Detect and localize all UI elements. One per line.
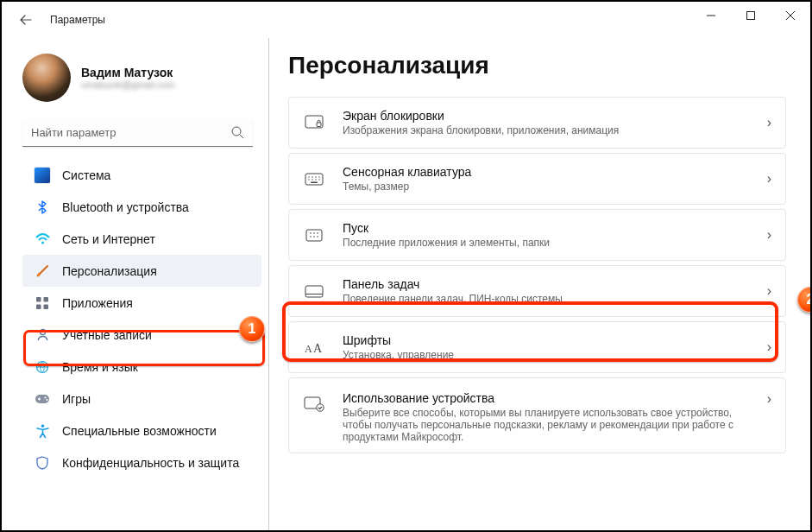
svg-point-24 (308, 179, 309, 180)
search-box[interactable] (22, 119, 253, 147)
svg-text:A: A (313, 342, 323, 355)
svg-rect-10 (44, 304, 49, 309)
svg-point-22 (315, 176, 316, 177)
sidebar: Вадим Матузок vmatuzok@gmail.com Система… (2, 38, 269, 530)
svg-rect-9 (36, 304, 41, 309)
keyboard-icon (303, 173, 325, 186)
sidebar-item-accounts[interactable]: Учетные записи (22, 319, 261, 351)
sidebar-item-personalization[interactable]: Персонализация (22, 255, 261, 287)
svg-point-35 (317, 236, 318, 238)
sidebar-item-time[interactable]: Время и язык (22, 351, 261, 383)
chevron-right-icon: › (767, 171, 771, 187)
sidebar-item-privacy[interactable]: Конфиденциальность и защита (22, 446, 261, 478)
back-button[interactable] (10, 4, 41, 35)
svg-rect-8 (44, 297, 49, 302)
card-taskbar[interactable]: Панель задач Поведение панели задач, ПИН… (288, 265, 786, 317)
brush-icon (35, 263, 50, 279)
svg-point-11 (40, 330, 45, 335)
person-icon (35, 327, 50, 343)
display-icon (35, 168, 50, 183)
svg-point-23 (318, 176, 319, 177)
svg-point-27 (318, 179, 319, 180)
window-controls (691, 2, 810, 29)
svg-rect-36 (305, 286, 323, 297)
chevron-right-icon: › (767, 283, 771, 299)
nav-label: Приложения (62, 296, 133, 310)
sidebar-item-games[interactable]: Игры (22, 383, 261, 415)
card-fonts[interactable]: AA Шрифты Установка, управление › (288, 321, 786, 373)
nav-label: Конфиденциальность и защита (62, 456, 239, 470)
nav-list: Система Bluetooth и устройства Сеть и Ин… (22, 159, 261, 530)
sidebar-item-apps[interactable]: Приложения (22, 287, 261, 319)
sidebar-item-bluetooth[interactable]: Bluetooth и устройства (22, 191, 261, 223)
sidebar-item-accessibility[interactable]: Специальные возможности (22, 415, 261, 446)
svg-rect-1 (747, 12, 755, 20)
svg-point-34 (313, 236, 315, 238)
nav-label: Персонализация (62, 264, 157, 278)
card-title: Шрифты (343, 333, 760, 347)
start-icon (303, 229, 325, 242)
svg-rect-7 (36, 297, 41, 302)
apps-icon (35, 295, 50, 311)
titlebar: Параметры (2, 2, 810, 38)
lock-screen-icon (303, 115, 325, 130)
svg-text:A: A (305, 343, 312, 355)
svg-point-15 (46, 398, 47, 400)
chevron-right-icon: › (767, 391, 771, 407)
svg-point-32 (317, 232, 318, 234)
nav-label: Игры (62, 392, 91, 406)
chevron-right-icon: › (767, 227, 771, 243)
card-lock-screen[interactable]: Экран блокировки Изображения экрана блок… (288, 97, 786, 149)
card-subtitle: Выберите все способы, которыми вы планир… (343, 407, 760, 443)
app-title: Параметры (50, 14, 105, 26)
card-subtitle: Последние приложения и элементы, папки (343, 237, 760, 249)
fonts-icon: AA (303, 340, 325, 354)
svg-point-31 (313, 232, 315, 234)
svg-point-25 (312, 179, 312, 180)
nav-label: Учетные записи (62, 328, 152, 342)
avatar (22, 54, 71, 102)
card-title: Использование устройства (343, 391, 760, 405)
card-title: Сенсорная клавиатура (343, 165, 760, 179)
nav-label: Время и язык (62, 360, 138, 374)
svg-point-41 (317, 404, 324, 411)
nav-label: Система (62, 168, 110, 182)
chevron-right-icon: › (767, 339, 771, 355)
main-pane: Персонализация Экран блокировки Изображе… (269, 38, 810, 530)
annotation-badge-2: 2 (797, 287, 810, 313)
wifi-icon (35, 231, 50, 247)
device-usage-icon (303, 396, 325, 412)
svg-rect-28 (311, 181, 318, 182)
svg-point-30 (310, 232, 312, 234)
accessibility-icon (35, 423, 50, 439)
card-touch-keyboard[interactable]: Сенсорная клавиатура Темы, размер › (288, 153, 786, 205)
globe-clock-icon (35, 359, 50, 375)
svg-point-4 (232, 127, 241, 136)
sidebar-item-system[interactable]: Система (22, 159, 261, 191)
arrow-left-icon (20, 14, 32, 26)
card-subtitle: Изображения экрана блокировки, приложени… (343, 124, 760, 136)
account-name: Вадим Матузок (81, 66, 174, 79)
svg-point-14 (44, 396, 46, 398)
close-button[interactable] (771, 2, 810, 29)
maximize-button[interactable] (731, 2, 771, 29)
card-subtitle: Установка, управление (343, 349, 760, 361)
bluetooth-icon (35, 200, 50, 215)
svg-rect-19 (305, 174, 323, 185)
card-title: Панель задач (343, 277, 760, 291)
account-email: vmatuzok@gmail.com (81, 79, 174, 90)
svg-rect-18 (317, 123, 321, 127)
sidebar-item-network[interactable]: Сеть и Интернет (22, 223, 261, 255)
svg-line-5 (240, 135, 243, 138)
svg-point-16 (41, 424, 44, 428)
search-icon (231, 126, 244, 142)
nav-label: Сеть и Интернет (62, 232, 155, 246)
svg-point-6 (41, 241, 43, 244)
svg-point-33 (310, 236, 312, 238)
account-block[interactable]: Вадим Матузок vmatuzok@gmail.com (22, 54, 261, 102)
search-input[interactable] (22, 119, 253, 147)
minimize-button[interactable] (691, 2, 731, 29)
card-start[interactable]: Пуск Последние приложения и элементы, па… (288, 209, 786, 261)
svg-rect-29 (306, 230, 322, 241)
card-device-usage[interactable]: Использование устройства Выберите все сп… (288, 377, 786, 453)
